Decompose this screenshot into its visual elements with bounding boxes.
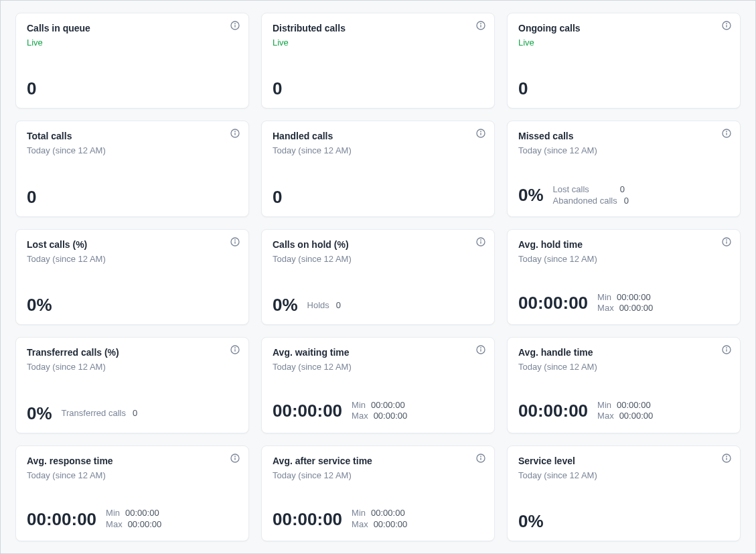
transferred-label: Transferred calls [62, 408, 126, 418]
card-title: Ongoing calls [518, 23, 729, 33]
min-value: 00:00:00 [617, 400, 651, 411]
min-label: Min [106, 508, 120, 518]
live-badge: Live [27, 38, 238, 48]
svg-point-2 [235, 23, 236, 24]
card-missed-calls: Missed calls Today (since 12 AM) 0% Lost… [507, 121, 741, 216]
card-ongoing-calls: Ongoing calls Live 0 [507, 13, 741, 109]
card-title: Lost calls (%) [27, 239, 238, 250]
metric-value: 0% [518, 186, 544, 204]
holds-label: Holds [307, 300, 329, 310]
card-title: Avg. response time [27, 456, 238, 466]
card-calls-in-queue: Calls in queue Live 0 [15, 13, 249, 109]
metric-value: 00:00:00 [518, 294, 588, 311]
card-title: Avg. waiting time [273, 347, 483, 358]
info-icon[interactable] [475, 453, 486, 464]
info-icon[interactable] [475, 128, 486, 139]
metric-value: 0% [273, 296, 298, 314]
transferred-value: 0 [133, 408, 142, 418]
period-label: Today (since 12 AM) [273, 470, 483, 480]
card-avg-hold-time: Avg. hold time Today (since 12 AM) 00:00… [507, 229, 741, 325]
period-label: Today (since 12 AM) [518, 362, 729, 372]
svg-point-32 [481, 348, 481, 348]
period-label: Today (since 12 AM) [27, 145, 238, 155]
abandoned-calls-value: 0 [624, 196, 633, 206]
card-avg-waiting-time: Avg. waiting time Today (since 12 AM) 00… [261, 337, 495, 433]
svg-point-23 [481, 240, 481, 240]
period-label: Today (since 12 AM) [27, 362, 238, 372]
metric-value: 0 [27, 80, 36, 97]
info-icon[interactable] [721, 20, 732, 31]
period-label: Today (since 12 AM) [518, 470, 729, 480]
max-value: 00:00:00 [374, 411, 408, 421]
card-avg-after-service-time: Avg. after service time Today (since 12 … [261, 445, 495, 541]
info-icon[interactable] [230, 20, 240, 31]
card-total-calls: Total calls Today (since 12 AM) 0 [15, 121, 249, 216]
min-value: 00:00:00 [371, 508, 405, 518]
metric-value: 0% [27, 296, 52, 314]
lost-calls-label: Lost calls [553, 184, 589, 194]
svg-point-26 [727, 240, 727, 240]
max-label: Max [106, 519, 123, 530]
card-title: Calls on hold (%) [273, 239, 483, 250]
metric-value: 0 [273, 188, 282, 206]
card-title: Avg. handle time [518, 347, 729, 358]
card-title: Missed calls [518, 131, 729, 141]
abandoned-calls-label: Abandoned calls [553, 196, 617, 206]
metric-extras: Transferred calls 0 [62, 408, 142, 418]
svg-point-38 [235, 456, 236, 457]
info-icon[interactable] [721, 128, 732, 139]
period-label: Today (since 12 AM) [273, 254, 483, 264]
metric-value: 0% [27, 405, 52, 422]
min-value: 00:00:00 [617, 292, 651, 303]
card-calls-on-hold-pct: Calls on hold (%) Today (since 12 AM) 0%… [261, 229, 495, 325]
dashboard-page: Calls in queue Live 0 Distributed calls … [0, 0, 756, 554]
min-max-block: Min00:00:00 Max00:00:00 [352, 400, 407, 422]
svg-point-29 [235, 348, 236, 348]
card-title: Service level [518, 456, 729, 466]
info-icon[interactable] [475, 236, 486, 247]
min-value: 00:00:00 [371, 400, 405, 411]
card-avg-response-time: Avg. response time Today (since 12 AM) 0… [15, 445, 249, 541]
info-icon[interactable] [475, 344, 486, 355]
period-label: Today (since 12 AM) [518, 145, 729, 155]
info-icon[interactable] [721, 453, 732, 464]
svg-point-14 [481, 131, 481, 132]
max-value: 00:00:00 [619, 303, 654, 314]
metric-value: 0 [273, 80, 282, 97]
min-max-block: Min00:00:00 Max00:00:00 [597, 292, 653, 314]
info-icon[interactable] [230, 344, 240, 355]
card-service-level: Service level Today (since 12 AM) 0% [507, 445, 741, 541]
metric-value: 00:00:00 [273, 510, 342, 528]
max-value: 00:00:00 [619, 411, 654, 421]
info-icon[interactable] [230, 453, 240, 464]
card-title: Transferred calls (%) [27, 347, 238, 358]
min-label: Min [597, 400, 611, 411]
info-icon[interactable] [475, 20, 486, 31]
svg-point-44 [727, 456, 727, 457]
card-transferred-pct: Transferred calls (%) Today (since 12 AM… [15, 337, 249, 433]
metrics-grid: Calls in queue Live 0 Distributed calls … [15, 13, 741, 541]
card-distributed-calls: Distributed calls Live 0 [261, 13, 495, 109]
info-icon[interactable] [230, 236, 240, 247]
metric-value: 00:00:00 [27, 510, 96, 528]
svg-point-8 [727, 23, 727, 24]
info-icon[interactable] [721, 344, 732, 355]
max-label: Max [352, 411, 368, 421]
card-lost-calls-pct: Lost calls (%) Today (since 12 AM) 0% [15, 229, 249, 325]
card-title: Distributed calls [273, 23, 483, 33]
metric-value: 0 [27, 188, 36, 206]
metric-value: 00:00:00 [273, 402, 342, 419]
min-max-block: Min00:00:00 Max00:00:00 [352, 508, 407, 530]
min-value: 00:00:00 [125, 508, 159, 518]
max-value: 00:00:00 [128, 519, 162, 530]
period-label: Today (since 12 AM) [518, 254, 729, 264]
live-badge: Live [518, 38, 729, 48]
min-max-block: Min00:00:00 Max00:00:00 [106, 508, 161, 530]
max-label: Max [597, 411, 614, 421]
period-label: Today (since 12 AM) [27, 470, 238, 480]
lost-calls-value: 0 [620, 184, 629, 194]
info-icon[interactable] [230, 128, 240, 139]
min-label: Min [352, 508, 366, 518]
period-label: Today (since 12 AM) [273, 362, 483, 372]
info-icon[interactable] [721, 236, 732, 247]
